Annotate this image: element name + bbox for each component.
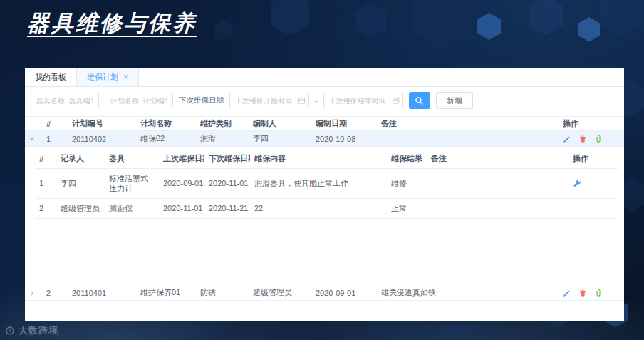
sub-header-next-date: 下次维保日期: [204, 149, 250, 168]
cell-date: 2020-10-08: [311, 135, 377, 143]
header-actions: 操作: [559, 118, 624, 129]
sub-header-actions: 操作: [568, 149, 618, 168]
sub-header-content: 维保内容: [250, 149, 387, 168]
sub-cell-remark: [427, 204, 568, 212]
edit-icon[interactable]: [563, 135, 571, 143]
sub-header-result: 维保结果: [387, 149, 427, 168]
attachment-icon[interactable]: [594, 135, 603, 143]
footer-logo: 大数跨境: [5, 324, 58, 337]
header-remark: 备注: [377, 118, 559, 129]
header-date: 编制日期: [311, 118, 377, 129]
sub-cell-next-date: 2020-11-21: [204, 200, 250, 217]
collapse-row-icon[interactable]: ›: [28, 135, 37, 141]
sub-cell-equipment: 标准活塞式压力计: [105, 169, 159, 198]
tab-my-dashboard[interactable]: 我的看板: [25, 68, 77, 86]
sub-cell-content: 22: [250, 200, 387, 217]
calendar-icon[interactable]: [298, 97, 306, 105]
sub-cell-index: 1: [35, 175, 56, 192]
page-title: 器具维修与保养: [27, 9, 197, 38]
cell-plan-name: 维保02: [136, 133, 196, 144]
sub-cell-result: 正常: [387, 199, 427, 218]
sub-cell-last-date: 2020-09-01: [159, 175, 204, 192]
table-row: › 2 20110401 维护保养01 防锈 超级管理员 2020-09-01 …: [25, 285, 624, 301]
record-row: 1 李四 标准活塞式压力计 2020-09-01 2020-11-01 润滑器具…: [35, 169, 618, 199]
panel-empty-space: [25, 301, 624, 321]
header-category: 维护类别: [196, 118, 249, 129]
attachment-icon[interactable]: [594, 289, 603, 297]
cell-category: 润滑: [196, 133, 249, 144]
delete-icon[interactable]: [578, 289, 587, 297]
sub-cell-next-date: 2020-11-01: [204, 175, 250, 192]
sub-header-recorder: 记录人: [56, 149, 105, 168]
header-plan-no: 计划编号: [68, 118, 136, 129]
cell-plan-no: 20110401: [68, 289, 136, 297]
cell-category: 防锈: [196, 287, 249, 298]
tab-maintenance-plan-label: 维保计划: [87, 72, 118, 83]
repair-wrench-icon[interactable]: [573, 179, 581, 187]
table-row: › 1 20110402 维保02 润滑 李四 2020-10-08: [25, 131, 624, 147]
tab-close-icon[interactable]: ×: [123, 73, 128, 81]
record-row: 2 超级管理员 测距仪 2020-11-01 2020-11-21 22 正常: [35, 199, 618, 219]
sub-cell-remark: [427, 179, 568, 187]
plan-search-input[interactable]: [105, 93, 173, 108]
records-table-header: # 记录人 器具 上次维保日期 下次维保日期 维保内容 维保结果 备注 操作: [35, 149, 618, 169]
cell-date: 2020-09-01: [311, 289, 377, 297]
sub-cell-content: 润滑器具，使其能正常工作: [250, 174, 387, 193]
tab-bar: 我的看板 维保计划 ×: [25, 68, 624, 87]
cell-plan-no: 20110402: [68, 135, 136, 143]
cell-creator: 超级管理员: [249, 287, 311, 298]
cell-index: 2: [42, 289, 68, 297]
sub-cell-index: 2: [35, 200, 56, 217]
add-button[interactable]: 新增: [436, 92, 473, 109]
slide-background: { "page": { "title": "器具维修与保养" }, "foote…: [0, 0, 644, 340]
calendar-icon[interactable]: [392, 97, 400, 105]
equipment-search-input[interactable]: [31, 93, 99, 108]
footer-brand-text: 大数跨境: [19, 324, 58, 337]
sub-header-remark: 备注: [427, 149, 568, 168]
cell-plan-name: 维护保养01: [136, 287, 196, 298]
search-button[interactable]: [409, 92, 430, 109]
expand-row-icon[interactable]: ›: [29, 288, 35, 297]
tab-maintenance-plan[interactable]: 维保计划 ×: [77, 68, 139, 86]
header-creator: 编制人: [249, 118, 311, 129]
plans-table: # 计划编号 计划名称 维护类别 编制人 编制日期 备注 操作 › 1 2011…: [25, 116, 624, 301]
plans-table-header: # 计划编号 计划名称 维护类别 编制人 编制日期 备注 操作: [25, 116, 624, 131]
expanded-row-detail: # 记录人 器具 上次维保日期 下次维保日期 维保内容 维保结果 备注 操作 1…: [25, 147, 624, 285]
cell-index: 1: [42, 135, 68, 143]
row-actions: [559, 289, 624, 297]
date-range-separator: -: [315, 96, 318, 105]
tab-my-dashboard-label: 我的看板: [35, 72, 66, 83]
sub-cell-result: 维修: [387, 174, 427, 193]
search-icon: [415, 96, 424, 105]
delete-icon[interactable]: [578, 135, 587, 143]
sub-header-last-date: 上次维保日期: [159, 149, 204, 168]
date-start-wrapper: [229, 93, 309, 108]
record-actions: [568, 179, 618, 187]
cell-creator: 李四: [249, 133, 311, 144]
date-end-wrapper: [323, 93, 403, 108]
sub-cell-recorder: 李四: [56, 174, 105, 193]
cell-remark: 雄关漫道真如铁: [377, 287, 559, 298]
records-table: # 记录人 器具 上次维保日期 下次维保日期 维保内容 维保结果 备注 操作 1…: [35, 149, 618, 219]
edit-icon[interactable]: [563, 289, 571, 297]
sub-header-equipment: 器具: [105, 149, 159, 168]
header-index: #: [42, 120, 68, 128]
main-panel: 我的看板 维保计划 × 下次维保日期 -: [25, 68, 624, 321]
sub-cell-equipment: 测距仪: [105, 199, 159, 217]
sub-cell-recorder: 超级管理员: [56, 199, 105, 218]
sub-header-index: #: [35, 150, 56, 168]
brand-logo-icon: [5, 326, 15, 336]
filter-bar: 下次维保日期 - 新增: [25, 87, 624, 113]
row-actions: [559, 135, 624, 143]
next-maintenance-date-label: 下次维保日期: [179, 96, 224, 105]
header-plan-name: 计划名称: [136, 118, 196, 129]
sub-cell-last-date: 2020-11-01: [159, 200, 204, 217]
